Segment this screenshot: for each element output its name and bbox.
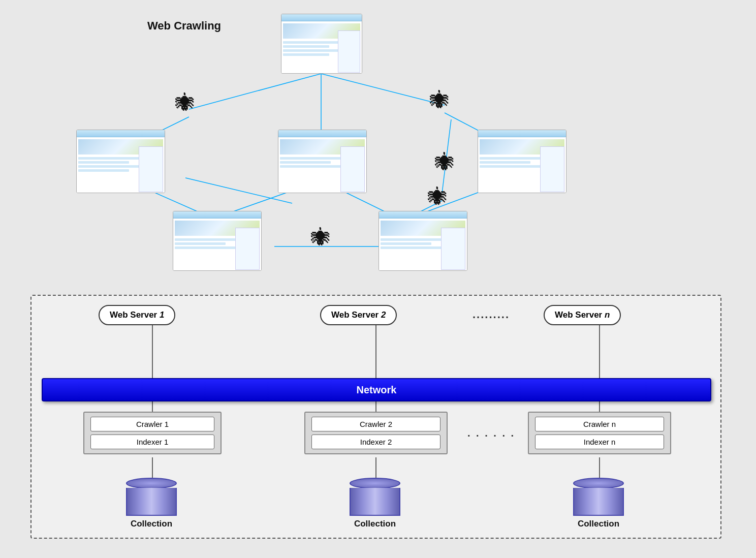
browser-center-mid [278,130,367,193]
browser-top [281,14,362,74]
indexer-2: Indexer 2 [311,435,440,449]
spider-2: 🕷 [430,90,449,110]
spider-5: 🕷 [311,228,330,247]
svg-line-1 [321,74,445,105]
web-server-2: Web Server 2 [320,305,397,325]
browser-bottom-right [379,211,467,271]
spider-3: 🕷 [435,152,454,172]
architecture-section: Web Server 1 Web Server 2 ········· Web … [30,295,721,539]
indexer-1: Indexer 1 [90,435,214,449]
cylinder-top-2 [350,478,400,489]
crawler-1: Crawler 1 [90,417,214,431]
svg-line-0 [189,74,321,109]
web-crawling-section: Web Crawling [0,0,756,290]
collection-label-2: Collection [354,519,396,529]
crawler-n: Crawler n [535,417,664,431]
crawler-2: Crawler 2 [311,417,440,431]
cylinder-top-1 [126,478,177,489]
browser-left-mid [76,130,165,193]
collection-2: Collection [350,478,400,529]
spider-4: 🕷 [428,187,447,206]
cylinder-top-n [573,478,624,489]
browser-right-mid [478,130,566,193]
collection-label-n: Collection [578,519,619,529]
server-dots: ········· [472,311,510,324]
collection-label-1: Collection [131,519,172,529]
network-bar: Network [42,378,711,401]
web-server-n: Web Server n [544,305,621,325]
group-dots: · · · · · · [467,430,515,442]
spider-1: 🕷 [175,93,195,112]
browser-bottom-left [173,211,262,271]
cylinder-body-2 [350,488,400,516]
cylinder-body-1 [126,488,177,516]
section-title: Web Crawling [147,19,221,33]
ci-group-1: Crawler 1 Indexer 1 [83,412,222,454]
ci-group-2: Crawler 2 Indexer 2 [304,412,448,454]
web-server-1: Web Server 1 [99,305,175,325]
indexer-n: Indexer n [535,435,664,449]
collection-1: Collection [126,478,177,529]
ci-group-n: Crawler n Indexer n [528,412,671,454]
cylinder-body-n [573,488,624,516]
svg-line-4 [185,178,292,203]
collection-n: Collection [573,478,624,529]
